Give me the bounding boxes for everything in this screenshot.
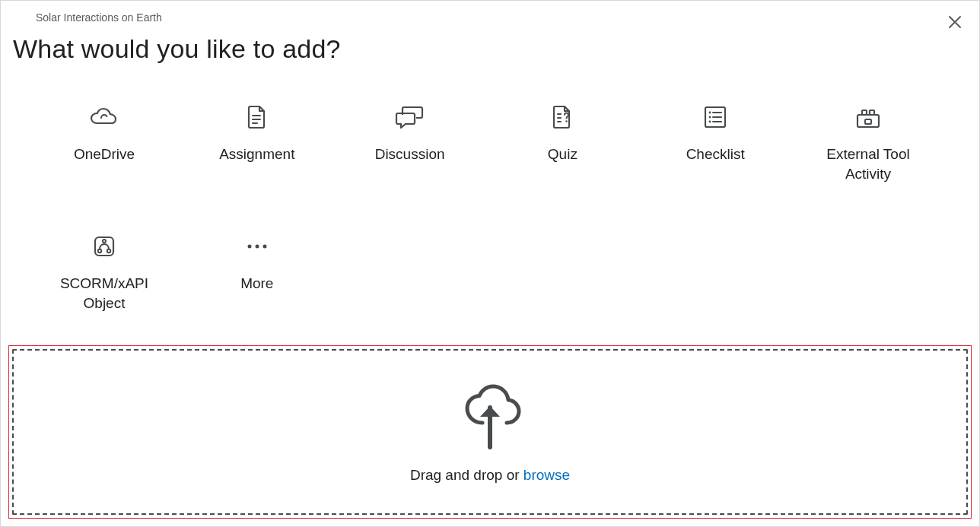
quiz-icon bbox=[551, 103, 574, 131]
option-scorm[interactable]: SCORM/xAPI Object bbox=[36, 224, 173, 330]
option-label: OneDrive bbox=[74, 144, 135, 164]
plugin-icon bbox=[854, 104, 882, 130]
svg-rect-17 bbox=[862, 110, 867, 115]
option-assignment[interactable]: Assignment bbox=[189, 94, 326, 201]
option-grid: OneDrive Assignment bbox=[13, 94, 967, 330]
option-external-tool[interactable]: External Tool Activity bbox=[800, 94, 937, 201]
option-label: SCORM/xAPI Object bbox=[40, 274, 169, 313]
discussion-icon bbox=[395, 104, 425, 130]
browse-link[interactable]: browse bbox=[523, 467, 570, 483]
svg-point-8 bbox=[566, 120, 568, 122]
cloud-icon bbox=[89, 107, 119, 127]
svg-point-25 bbox=[255, 245, 259, 249]
svg-point-12 bbox=[709, 121, 711, 123]
option-quiz[interactable]: Quiz bbox=[494, 94, 631, 201]
more-icon bbox=[243, 242, 271, 251]
dialog-title: What would you like to add? bbox=[13, 34, 967, 64]
dropzone-text: Drag and drop or browse bbox=[410, 467, 570, 484]
upload-cloud-icon bbox=[452, 380, 528, 453]
svg-point-10 bbox=[709, 112, 711, 114]
option-label: Assignment bbox=[219, 144, 294, 164]
svg-rect-19 bbox=[865, 119, 871, 124]
context-label: Solar Interactions on Earth bbox=[13, 11, 967, 24]
svg-point-21 bbox=[103, 240, 106, 243]
option-label: More bbox=[240, 274, 273, 294]
dropzone-highlight: Drag and drop or browse bbox=[8, 345, 972, 519]
svg-point-11 bbox=[709, 116, 711, 119]
file-dropzone[interactable]: Drag and drop or browse bbox=[12, 349, 968, 515]
svg-point-22 bbox=[98, 249, 101, 252]
dropzone-prefix: Drag and drop or bbox=[410, 467, 523, 483]
svg-point-26 bbox=[262, 245, 266, 249]
option-label: Quiz bbox=[548, 144, 578, 164]
option-checklist[interactable]: Checklist bbox=[647, 94, 784, 201]
module-icon bbox=[92, 234, 116, 259]
assignment-icon bbox=[246, 103, 269, 131]
option-label: Discussion bbox=[375, 144, 445, 164]
dialog-frame: Solar Interactions on Earth What would y… bbox=[0, 0, 980, 527]
option-more[interactable]: More bbox=[189, 224, 326, 330]
svg-rect-16 bbox=[858, 115, 879, 127]
close-icon bbox=[948, 15, 962, 29]
svg-point-23 bbox=[107, 249, 110, 252]
svg-point-24 bbox=[247, 245, 251, 249]
svg-rect-18 bbox=[870, 110, 874, 115]
option-onedrive[interactable]: OneDrive bbox=[36, 94, 173, 201]
option-label: Checklist bbox=[686, 144, 745, 164]
close-button[interactable] bbox=[946, 13, 964, 31]
checklist-icon bbox=[703, 105, 727, 129]
option-label: External Tool Activity bbox=[803, 144, 933, 183]
option-discussion[interactable]: Discussion bbox=[342, 94, 479, 201]
